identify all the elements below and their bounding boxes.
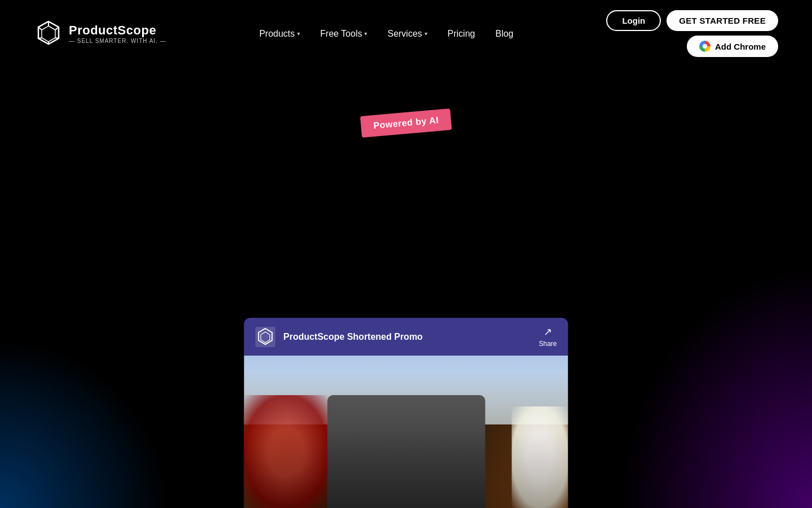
nav-actions: Login GET STARTED FREE Add Chrome	[606, 10, 778, 57]
logo-link[interactable]: ProductScope — SELL SMARTER. WITH AI. —	[34, 19, 166, 49]
video-logo-icon	[255, 327, 276, 347]
svg-marker-2	[42, 26, 55, 42]
video-thumbnail[interactable]	[244, 356, 568, 508]
video-share-button[interactable]: ↗ Share	[539, 326, 557, 348]
thumbnail-overlay	[244, 356, 568, 508]
background-glow-left	[0, 339, 169, 508]
share-label: Share	[539, 340, 557, 348]
main-content: Powered by AI	[0, 67, 812, 134]
nav-free-tools-label: Free Tools	[320, 29, 362, 39]
video-title: ProductScope Shortened Promo	[284, 332, 423, 342]
nav-actions-top: Login GET STARTED FREE	[606, 10, 778, 31]
add-chrome-button[interactable]: Add Chrome	[687, 36, 778, 57]
chevron-down-icon-2: ▾	[364, 30, 367, 37]
nav-item-products[interactable]: Products ▾	[251, 24, 308, 43]
video-header: ProductScope Shortened Promo ↗ Share	[244, 318, 568, 356]
get-started-button[interactable]: GET STARTED FREE	[667, 10, 778, 31]
nav-products-label: Products	[259, 29, 295, 39]
video-container: ProductScope Shortened Promo ↗ Share	[244, 318, 568, 508]
nav-links: Products ▾ Free Tools ▾ Services ▾ Prici…	[251, 24, 522, 43]
background-glow-right	[586, 226, 812, 508]
powered-by-ai-badge: Powered by AI	[360, 108, 452, 138]
logo-tagline: — SELL SMARTER. WITH AI. —	[69, 38, 166, 44]
nav-pricing-label: Pricing	[448, 29, 475, 39]
svg-line-5	[55, 38, 59, 38]
nav-services-label: Services	[387, 29, 422, 39]
add-chrome-label: Add Chrome	[715, 42, 766, 51]
nav-item-free-tools[interactable]: Free Tools ▾	[312, 24, 375, 43]
share-icon: ↗	[544, 326, 552, 338]
nav-blog-label: Blog	[495, 29, 513, 39]
video-section: ProductScope Shortened Promo ↗ Share	[244, 318, 568, 508]
nav-item-blog[interactable]: Blog	[487, 24, 521, 43]
video-header-left: ProductScope Shortened Promo	[255, 327, 423, 347]
login-button[interactable]: Login	[606, 10, 661, 31]
svg-line-7	[38, 38, 42, 38]
thumbnail-scene	[244, 356, 568, 508]
logo-text-group: ProductScope — SELL SMARTER. WITH AI. —	[69, 23, 166, 44]
logo-icon	[34, 19, 63, 49]
chevron-down-icon-3: ▾	[425, 30, 427, 37]
nav-item-services[interactable]: Services ▾	[379, 24, 435, 43]
logo-name: ProductScope	[69, 23, 166, 38]
navbar: ProductScope — SELL SMARTER. WITH AI. — …	[0, 0, 812, 67]
chevron-down-icon: ▾	[297, 30, 300, 37]
nav-item-pricing[interactable]: Pricing	[440, 24, 483, 43]
chrome-icon	[699, 41, 710, 52]
